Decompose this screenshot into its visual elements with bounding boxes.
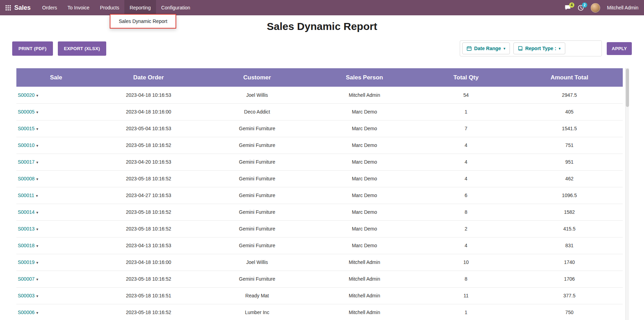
user-name[interactable]: Mitchell Admin bbox=[607, 5, 638, 10]
sale-cell: S00018▾ bbox=[16, 237, 96, 254]
total-qty-cell: 6 bbox=[416, 187, 516, 204]
salesperson-cell: Marc Demo bbox=[313, 237, 416, 254]
date-range-dropdown[interactable]: Date Range ▾ bbox=[462, 42, 510, 54]
print-pdf-button[interactable]: PRINT (PDF) bbox=[12, 41, 53, 56]
sale-dropdown-caret-icon[interactable]: ▾ bbox=[36, 277, 38, 281]
header-sales-person: Sales Person bbox=[313, 68, 416, 87]
toolbar: PRINT (PDF) EXPORT (XLSX) Date Range ▾ bbox=[12, 40, 632, 56]
sale-order-link[interactable]: S00019 bbox=[18, 259, 34, 265]
chevron-down-icon: ▾ bbox=[503, 46, 505, 51]
menu-products[interactable]: Products bbox=[95, 0, 124, 15]
menu-reporting[interactable]: Reporting bbox=[124, 0, 156, 15]
customer-cell: Gemini Furniture bbox=[201, 187, 313, 204]
sale-order-link[interactable]: S00010 bbox=[18, 142, 34, 148]
date-order-cell: 2023-05-18 10:16:52 bbox=[96, 220, 201, 237]
table-row: S00010▾2023-05-18 10:16:52Gemini Furnitu… bbox=[16, 137, 623, 154]
amount-total-cell: 1706 bbox=[516, 271, 623, 287]
sale-dropdown-caret-icon[interactable]: ▾ bbox=[36, 110, 38, 114]
customer-cell: Gemini Furniture bbox=[201, 204, 313, 220]
menu-to-invoice[interactable]: To Invoice bbox=[62, 0, 95, 15]
amount-total-cell: 831 bbox=[516, 237, 623, 254]
customer-cell: Joel Willis bbox=[201, 254, 313, 271]
customer-cell: Gemini Furniture bbox=[201, 154, 313, 170]
menu-orders[interactable]: Orders bbox=[37, 0, 62, 15]
date-order-cell: 2023-04-18 10:16:00 bbox=[96, 103, 201, 120]
menu-configuration[interactable]: Configuration bbox=[156, 0, 195, 15]
sale-cell: S00017▾ bbox=[16, 154, 96, 170]
apply-button[interactable]: APPLY bbox=[607, 42, 632, 55]
calendar-icon bbox=[467, 46, 472, 51]
report-table: Sale Date Order Customer Sales Person To… bbox=[16, 68, 623, 320]
sale-cell: S00020▾ bbox=[16, 87, 96, 103]
date-order-cell: 2023-05-04 10:16:53 bbox=[96, 120, 201, 137]
sale-order-link[interactable]: S00005 bbox=[18, 109, 34, 115]
sale-dropdown-caret-icon[interactable]: ▾ bbox=[36, 227, 38, 231]
amount-total-cell: 750 bbox=[516, 304, 623, 320]
amount-total-cell: 1740 bbox=[516, 254, 623, 271]
main-menu: Orders To Invoice Products Reporting Con… bbox=[37, 0, 195, 15]
sale-dropdown-caret-icon[interactable]: ▾ bbox=[36, 160, 38, 164]
sale-order-link[interactable]: S00020 bbox=[18, 92, 34, 98]
sale-dropdown-caret-icon[interactable]: ▾ bbox=[36, 194, 38, 198]
sale-dropdown-caret-icon[interactable]: ▾ bbox=[36, 127, 38, 131]
table-row: S00003▾2023-05-18 10:16:51Ready MatMitch… bbox=[16, 287, 623, 304]
vertical-scrollbar[interactable] bbox=[625, 68, 629, 320]
sale-cell: S00019▾ bbox=[16, 254, 96, 271]
table-row: S00011▾2023-04-27 10:16:53Gemini Furnitu… bbox=[16, 187, 623, 204]
top-navbar: Sales Orders To Invoice Products Reporti… bbox=[0, 0, 644, 15]
date-order-cell: 2023-05-18 10:16:52 bbox=[96, 271, 201, 287]
amount-total-cell: 377.5 bbox=[516, 287, 623, 304]
sale-order-link[interactable]: S00003 bbox=[18, 293, 34, 298]
sale-order-link[interactable]: S00017 bbox=[18, 159, 34, 165]
salesperson-cell: Mitchell Admin bbox=[313, 304, 416, 320]
date-order-cell: 2023-04-18 10:16:53 bbox=[96, 87, 201, 103]
table-row: S00007▾2023-05-18 10:16:52Gemini Furnitu… bbox=[16, 271, 623, 287]
sale-cell: S00010▾ bbox=[16, 137, 96, 154]
activities-button[interactable]: 2 bbox=[578, 5, 584, 11]
sale-order-link[interactable]: S00013 bbox=[18, 226, 34, 232]
date-order-cell: 2023-04-20 10:16:53 bbox=[96, 154, 201, 170]
total-qty-cell: 1 bbox=[416, 304, 516, 320]
salesperson-cell: Marc Demo bbox=[313, 154, 416, 170]
salesperson-cell: Marc Demo bbox=[313, 220, 416, 237]
sale-order-link[interactable]: S00011 bbox=[18, 193, 34, 198]
sale-order-link[interactable]: S00007 bbox=[18, 276, 34, 282]
total-qty-cell: 7 bbox=[416, 120, 516, 137]
sale-order-link[interactable]: S00015 bbox=[18, 126, 34, 131]
date-order-cell: 2023-05-18 10:16:52 bbox=[96, 170, 201, 187]
app-brand[interactable]: Sales bbox=[14, 4, 31, 11]
sale-dropdown-caret-icon[interactable]: ▾ bbox=[36, 143, 38, 148]
amount-total-cell: 462 bbox=[516, 170, 623, 187]
messages-button[interactable]: 4 bbox=[565, 5, 571, 10]
customer-cell: Gemini Furniture bbox=[201, 237, 313, 254]
table-row: S00019▾2023-04-18 10:16:00Joel WillisMit… bbox=[16, 254, 623, 271]
table-row: S00008▾2023-05-18 10:16:52Gemini Furnitu… bbox=[16, 170, 623, 187]
total-qty-cell: 4 bbox=[416, 154, 516, 170]
sale-dropdown-caret-icon[interactable]: ▾ bbox=[36, 177, 38, 181]
sale-order-link[interactable]: S00018 bbox=[18, 243, 34, 248]
sale-dropdown-caret-icon[interactable]: ▾ bbox=[36, 244, 38, 248]
sale-order-link[interactable]: S00008 bbox=[18, 176, 34, 181]
apps-grid-icon[interactable] bbox=[6, 5, 11, 10]
table-row: S00020▾2023-04-18 10:16:53Joel WillisMit… bbox=[16, 87, 623, 103]
avatar[interactable] bbox=[591, 3, 600, 13]
table-row: S00014▾2023-05-18 10:16:52Gemini Furnitu… bbox=[16, 204, 623, 220]
menu-item-sales-dynamic-report[interactable]: Sales Dynamic Report bbox=[110, 15, 176, 28]
report-type-dropdown[interactable]: Report Type : ▾ bbox=[513, 42, 565, 54]
sale-order-link[interactable]: S00006 bbox=[18, 310, 34, 315]
export-xlsx-button[interactable]: EXPORT (XLSX) bbox=[58, 41, 107, 56]
total-qty-cell: 8 bbox=[416, 204, 516, 220]
total-qty-cell: 1 bbox=[416, 103, 516, 120]
sale-order-link[interactable]: S00014 bbox=[18, 209, 34, 215]
sale-dropdown-caret-icon[interactable]: ▾ bbox=[36, 294, 38, 298]
scrollbar-thumb[interactable] bbox=[626, 69, 629, 107]
salesperson-cell: Mitchell Admin bbox=[313, 87, 416, 103]
sale-dropdown-caret-icon[interactable]: ▾ bbox=[36, 210, 38, 214]
customer-cell: Gemini Furniture bbox=[201, 120, 313, 137]
sale-dropdown-caret-icon[interactable]: ▾ bbox=[36, 311, 38, 315]
sale-dropdown-caret-icon[interactable]: ▾ bbox=[36, 93, 38, 97]
report-book-icon bbox=[518, 46, 523, 51]
header-customer: Customer bbox=[201, 68, 313, 87]
toolbar-right: Date Range ▾ Report Type : ▾ APPLY bbox=[460, 40, 632, 56]
sale-dropdown-caret-icon[interactable]: ▾ bbox=[36, 260, 38, 265]
